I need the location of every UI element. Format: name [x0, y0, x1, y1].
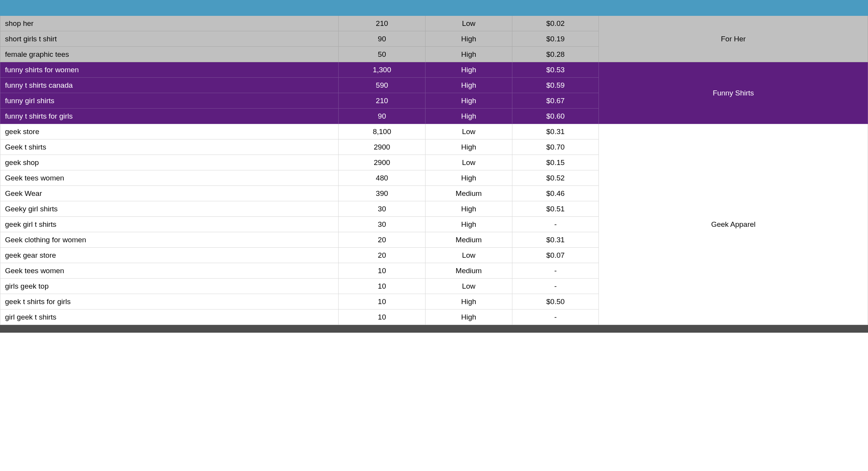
cell-cpc[interactable]: -: [512, 309, 599, 325]
cell-keyword[interactable]: geek t shirts for girls: [0, 294, 339, 309]
cell-cpc[interactable]: $0.51: [512, 201, 599, 217]
cell-keyword[interactable]: funny shirts for women: [0, 62, 339, 78]
cell-cpc[interactable]: -: [512, 263, 599, 279]
cell-category[interactable]: For Her: [599, 16, 868, 62]
table-header-row: [0, 0, 868, 16]
cell-volume[interactable]: 10: [339, 263, 426, 279]
cell-keyword[interactable]: short girls t shirt: [0, 31, 339, 47]
cell-cpc[interactable]: $0.31: [512, 232, 599, 248]
cell-cpc[interactable]: $0.46: [512, 186, 599, 201]
cell-cpc[interactable]: $0.07: [512, 248, 599, 263]
cell-volume[interactable]: 8,100: [339, 124, 426, 139]
cell-competition[interactable]: Low: [426, 155, 512, 170]
cell-keyword[interactable]: female graphic tees: [0, 47, 339, 62]
cell-competition[interactable]: High: [426, 62, 512, 78]
cell-keyword[interactable]: Geek tees women: [0, 263, 339, 279]
cell-competition[interactable]: Low: [426, 248, 512, 263]
cell-cpc[interactable]: $0.67: [512, 93, 599, 109]
cell-competition[interactable]: High: [426, 109, 512, 124]
cell-volume[interactable]: 30: [339, 201, 426, 217]
cell-keyword[interactable]: Geek clothing for women: [0, 232, 339, 248]
header-competition[interactable]: [426, 0, 512, 16]
cell-competition[interactable]: Low: [426, 16, 512, 31]
cell-volume[interactable]: 90: [339, 31, 426, 47]
cell-keyword[interactable]: Geeky girl shirts: [0, 201, 339, 217]
cell-cpc[interactable]: $0.28: [512, 47, 599, 62]
cell-keyword[interactable]: funny t shirts for girls: [0, 109, 339, 124]
cell-volume[interactable]: 1,300: [339, 62, 426, 78]
cell-volume[interactable]: 10: [339, 309, 426, 325]
cell-competition[interactable]: High: [426, 78, 512, 93]
cell-cpc[interactable]: $0.31: [512, 124, 599, 139]
cell-cpc[interactable]: $0.70: [512, 139, 599, 155]
keyword-table: shop her210Low$0.02For Hershort girls t …: [0, 0, 868, 333]
cell-volume[interactable]: 390: [339, 186, 426, 201]
cell-category[interactable]: Geek Apparel: [599, 124, 868, 325]
cell-keyword[interactable]: geek shop: [0, 155, 339, 170]
table-row: shop her210Low$0.02For Her: [0, 16, 868, 31]
cell-category[interactable]: Funny Shirts: [599, 62, 868, 124]
cell-keyword[interactable]: funny girl shirts: [0, 93, 339, 109]
cell-keyword[interactable]: geek store: [0, 124, 339, 139]
cell-volume[interactable]: 20: [339, 248, 426, 263]
cell-cpc[interactable]: [512, 325, 599, 333]
cell-volume[interactable]: 50: [339, 47, 426, 62]
cell-keyword[interactable]: girls geek top: [0, 279, 339, 294]
cell-keyword[interactable]: girl geek t shirts: [0, 309, 339, 325]
cell-volume[interactable]: 10: [339, 294, 426, 309]
cell-keyword[interactable]: Geek tees women: [0, 170, 339, 186]
cell-competition[interactable]: Low: [426, 279, 512, 294]
cell-cpc[interactable]: $0.52: [512, 170, 599, 186]
cell-keyword[interactable]: Geek t shirts: [0, 139, 339, 155]
cell-volume[interactable]: 210: [339, 93, 426, 109]
cell-volume[interactable]: 2900: [339, 155, 426, 170]
cell-competition[interactable]: Low: [426, 124, 512, 139]
header-keyword[interactable]: [0, 0, 339, 16]
cell-volume[interactable]: 480: [339, 170, 426, 186]
cell-volume[interactable]: 10: [339, 279, 426, 294]
cell-competition[interactable]: High: [426, 139, 512, 155]
cell-competition[interactable]: Medium: [426, 186, 512, 201]
cell-keyword[interactable]: funny t shirts canada: [0, 78, 339, 93]
cell-volume[interactable]: [339, 325, 426, 333]
cell-keyword[interactable]: [0, 325, 339, 333]
cell-volume[interactable]: 590: [339, 78, 426, 93]
cell-competition[interactable]: High: [426, 294, 512, 309]
cell-keyword[interactable]: geek girl t shirts: [0, 217, 339, 232]
cell-keyword[interactable]: Geek Wear: [0, 186, 339, 201]
cell-competition[interactable]: High: [426, 170, 512, 186]
cell-volume[interactable]: 2900: [339, 139, 426, 155]
cell-cpc[interactable]: -: [512, 279, 599, 294]
cell-volume[interactable]: 90: [339, 109, 426, 124]
table-row: funny shirts for women1,300High$0.53Funn…: [0, 62, 868, 78]
cell-cpc[interactable]: $0.19: [512, 31, 599, 47]
cell-volume[interactable]: 210: [339, 16, 426, 31]
table-row: geek store8,100Low$0.31Geek Apparel: [0, 124, 868, 139]
cell-competition[interactable]: High: [426, 217, 512, 232]
header-cpc[interactable]: [512, 0, 599, 16]
cell-volume[interactable]: 30: [339, 217, 426, 232]
cell-competition[interactable]: High: [426, 201, 512, 217]
cell-competition[interactable]: High: [426, 309, 512, 325]
header-category[interactable]: [599, 0, 868, 16]
cell-volume[interactable]: 20: [339, 232, 426, 248]
cell-cpc[interactable]: $0.15: [512, 155, 599, 170]
cell-keyword[interactable]: shop her: [0, 16, 339, 31]
cell-category[interactable]: [599, 325, 868, 333]
cell-cpc[interactable]: $0.50: [512, 294, 599, 309]
cell-competition[interactable]: High: [426, 31, 512, 47]
cell-competition[interactable]: High: [426, 93, 512, 109]
cell-cpc[interactable]: $0.60: [512, 109, 599, 124]
cell-competition[interactable]: Medium: [426, 232, 512, 248]
cell-competition[interactable]: [426, 325, 512, 333]
cell-cpc[interactable]: $0.53: [512, 62, 599, 78]
cell-competition[interactable]: Medium: [426, 263, 512, 279]
cell-keyword[interactable]: geek gear store: [0, 248, 339, 263]
cell-cpc[interactable]: $0.59: [512, 78, 599, 93]
header-volume[interactable]: [339, 0, 426, 16]
table-row-partial: [0, 325, 868, 333]
cell-cpc[interactable]: $0.02: [512, 16, 599, 31]
cell-cpc[interactable]: -: [512, 217, 599, 232]
cell-competition[interactable]: High: [426, 47, 512, 62]
